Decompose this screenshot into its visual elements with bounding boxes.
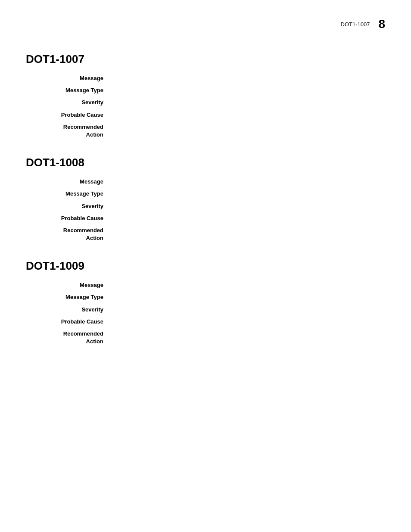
field-row-dot1-1009-1: Message Type [26, 293, 385, 301]
field-value-dot1-1009-2 [112, 306, 385, 314]
field-value-dot1-1007-4 [112, 123, 385, 139]
section-title-dot1-1007: DOT1-1007 [26, 53, 385, 66]
field-value-dot1-1007-0 [112, 75, 385, 82]
field-row-dot1-1009-4: RecommendedAction [26, 330, 385, 345]
field-label-dot1-1009-4: RecommendedAction [26, 330, 112, 345]
field-row-dot1-1007-3: Probable Cause [26, 111, 385, 119]
header-code: DOT1-1007 [341, 21, 370, 28]
field-value-dot1-1007-1 [112, 87, 385, 94]
field-row-dot1-1007-4: RecommendedAction [26, 123, 385, 139]
field-label-dot1-1008-0: Message [26, 178, 112, 186]
section-title-dot1-1008: DOT1-1008 [26, 156, 385, 169]
field-value-dot1-1009-1 [112, 293, 385, 301]
section-dot1-1009: DOT1-1009MessageMessage TypeSeverityProb… [26, 259, 385, 345]
field-value-dot1-1008-0 [112, 178, 385, 186]
field-value-dot1-1009-0 [112, 281, 385, 289]
field-value-dot1-1007-3 [112, 111, 385, 119]
field-label-dot1-1009-3: Probable Cause [26, 318, 112, 326]
field-label-dot1-1007-2: Severity [26, 99, 112, 106]
field-row-dot1-1008-1: Message Type [26, 190, 385, 198]
field-value-dot1-1008-2 [112, 202, 385, 210]
field-label-dot1-1009-0: Message [26, 281, 112, 289]
field-label-dot1-1008-1: Message Type [26, 190, 112, 198]
field-label-dot1-1008-2: Severity [26, 202, 112, 210]
page-header: DOT1-1007 8 [26, 17, 385, 40]
section-dot1-1008: DOT1-1008MessageMessage TypeSeverityProb… [26, 156, 385, 242]
field-label-dot1-1007-4: RecommendedAction [26, 123, 112, 139]
field-label-dot1-1007-0: Message [26, 75, 112, 82]
field-value-dot1-1009-3 [112, 318, 385, 326]
field-label-dot1-1009-2: Severity [26, 306, 112, 314]
field-row-dot1-1008-3: Probable Cause [26, 215, 385, 222]
field-row-dot1-1009-2: Severity [26, 306, 385, 314]
field-label-dot1-1009-1: Message Type [26, 293, 112, 301]
field-label-dot1-1008-4: RecommendedAction [26, 227, 112, 242]
section-title-dot1-1009: DOT1-1009 [26, 259, 385, 273]
field-row-dot1-1009-3: Probable Cause [26, 318, 385, 326]
header-page-number: 8 [378, 17, 385, 31]
field-label-dot1-1007-3: Probable Cause [26, 111, 112, 119]
field-row-dot1-1008-0: Message [26, 178, 385, 186]
field-value-dot1-1007-2 [112, 99, 385, 106]
field-row-dot1-1007-0: Message [26, 75, 385, 82]
field-row-dot1-1008-4: RecommendedAction [26, 227, 385, 242]
field-row-dot1-1008-2: Severity [26, 202, 385, 210]
field-row-dot1-1009-0: Message [26, 281, 385, 289]
field-value-dot1-1008-3 [112, 215, 385, 222]
field-value-dot1-1008-1 [112, 190, 385, 198]
section-dot1-1007: DOT1-1007MessageMessage TypeSeverityProb… [26, 53, 385, 139]
field-row-dot1-1007-2: Severity [26, 99, 385, 106]
field-label-dot1-1008-3: Probable Cause [26, 215, 112, 222]
field-row-dot1-1007-1: Message Type [26, 87, 385, 94]
field-label-dot1-1007-1: Message Type [26, 87, 112, 94]
field-value-dot1-1008-4 [112, 227, 385, 242]
field-value-dot1-1009-4 [112, 330, 385, 345]
